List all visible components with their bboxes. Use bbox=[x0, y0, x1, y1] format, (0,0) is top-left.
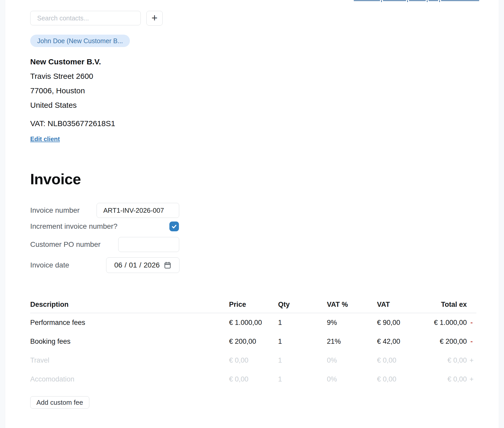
fee-vat-pct: 0% bbox=[327, 356, 377, 364]
fee-row-action[interactable]: + bbox=[467, 356, 476, 364]
col-description: Description bbox=[30, 301, 229, 309]
selected-contact-chip[interactable]: John Doe (New Customer B... bbox=[30, 35, 130, 47]
selected-contact-label: John Doe (New Customer B... bbox=[37, 37, 123, 45]
add-contact-button[interactable]: + bbox=[146, 11, 163, 26]
invoice-number-input[interactable] bbox=[97, 203, 179, 218]
fee-row-action[interactable]: - bbox=[467, 338, 476, 346]
page-gutter-left bbox=[0, 0, 5, 428]
contact-search-row: + bbox=[30, 11, 476, 26]
fee-vat-pct: 21% bbox=[327, 338, 377, 346]
increment-number-row: Increment invoice number? bbox=[30, 221, 476, 231]
customer-po-label: Customer PO number bbox=[30, 240, 118, 249]
client-country: United States bbox=[30, 98, 476, 112]
client-vat: VAT: NLB0356772618S1 bbox=[30, 116, 476, 131]
fee-description: Accomodation bbox=[30, 375, 229, 383]
fee-row: Accomodation € 0,00 1 0% € 0,00 € 0,00 + bbox=[30, 370, 476, 389]
fee-row: Travel € 0,00 1 0% € 0,00 € 0,00 + bbox=[30, 351, 476, 370]
fees-table-body: Performance fees € 1.000,00 1 9% € 90,00… bbox=[30, 313, 476, 389]
fee-qty: 1 bbox=[278, 375, 327, 383]
fee-price: € 0,00 bbox=[229, 375, 278, 383]
fee-price: € 1.000,00 bbox=[229, 319, 278, 327]
search-contacts-input[interactable] bbox=[30, 11, 141, 25]
fee-description: Travel bbox=[30, 356, 229, 364]
fee-vat: € 0,00 bbox=[377, 375, 423, 383]
fee-vat: € 0,00 bbox=[377, 356, 423, 364]
col-price: Price bbox=[229, 301, 278, 309]
date-year[interactable]: 2026 bbox=[144, 261, 160, 269]
increment-label: Increment invoice number? bbox=[30, 222, 117, 231]
fee-row-action[interactable]: + bbox=[467, 375, 476, 383]
fee-description: Performance fees bbox=[30, 319, 229, 327]
client-city: 77006, Houston bbox=[30, 83, 476, 98]
page-title: Invoice bbox=[30, 170, 476, 188]
date-month[interactable]: 06 bbox=[114, 261, 122, 269]
fee-total-ex: € 0,00 bbox=[423, 356, 467, 364]
checkmark-icon bbox=[171, 224, 177, 230]
calendar-icon[interactable] bbox=[164, 261, 171, 269]
fee-vat-pct: 9% bbox=[327, 319, 377, 327]
col-qty: Qty bbox=[278, 301, 327, 309]
date-day[interactable]: 01 bbox=[129, 261, 137, 269]
increment-checkbox[interactable] bbox=[169, 221, 179, 231]
client-name: New Customer B.V. bbox=[30, 55, 476, 69]
col-total-ex: Total ex bbox=[423, 301, 467, 309]
fee-qty: 1 bbox=[278, 356, 327, 364]
fees-table: Description Price Qty VAT % VAT Total ex… bbox=[30, 296, 476, 389]
fee-price: € 200,00 bbox=[229, 338, 278, 346]
fee-vat-pct: 0% bbox=[327, 375, 377, 383]
fee-qty: 1 bbox=[278, 338, 327, 346]
fees-table-header: Description Price Qty VAT % VAT Total ex bbox=[30, 296, 476, 313]
invoice-date-row: Invoice date 06 / 01 / 2026 bbox=[30, 257, 476, 273]
fee-total-ex: € 200,00 bbox=[423, 338, 467, 346]
invoice-date-input[interactable]: 06 / 01 / 2026 bbox=[106, 257, 179, 273]
invoice-date-label: Invoice date bbox=[30, 261, 106, 269]
fee-qty: 1 bbox=[278, 319, 327, 327]
fee-vat: € 42,00 bbox=[377, 338, 423, 346]
customer-po-input[interactable] bbox=[118, 237, 179, 252]
client-address-block: New Customer B.V. Travis Street 2600 770… bbox=[30, 55, 476, 112]
customer-po-row: Customer PO number bbox=[30, 237, 476, 252]
fee-row-action[interactable]: - bbox=[467, 319, 476, 327]
fee-price: € 0,00 bbox=[229, 356, 278, 364]
date-separator: / bbox=[125, 261, 127, 269]
invoice-number-row: Invoice number bbox=[30, 203, 476, 218]
plus-icon: + bbox=[152, 13, 158, 23]
fee-row: Performance fees € 1.000,00 1 9% € 90,00… bbox=[30, 313, 476, 332]
page-gutter-right bbox=[499, 0, 504, 428]
edit-client-link[interactable]: Edit client bbox=[30, 135, 60, 143]
client-street: Travis Street 2600 bbox=[30, 69, 476, 83]
col-vat-pct: VAT % bbox=[327, 301, 377, 309]
date-separator: / bbox=[139, 261, 141, 269]
fee-row: Booking fees € 200,00 1 21% € 42,00 € 20… bbox=[30, 332, 476, 351]
invoice-number-label: Invoice number bbox=[30, 206, 97, 215]
col-vat: VAT bbox=[377, 301, 423, 309]
fee-description: Booking fees bbox=[30, 338, 229, 346]
fee-total-ex: € 1.000,00 bbox=[423, 319, 467, 327]
fee-total-ex: € 0,00 bbox=[423, 375, 467, 383]
add-custom-fee-button[interactable]: Add custom fee bbox=[30, 396, 89, 409]
fee-vat: € 90,00 bbox=[377, 319, 423, 327]
invoice-form-panel: + John Doe (New Customer B... New Custom… bbox=[30, 0, 476, 409]
